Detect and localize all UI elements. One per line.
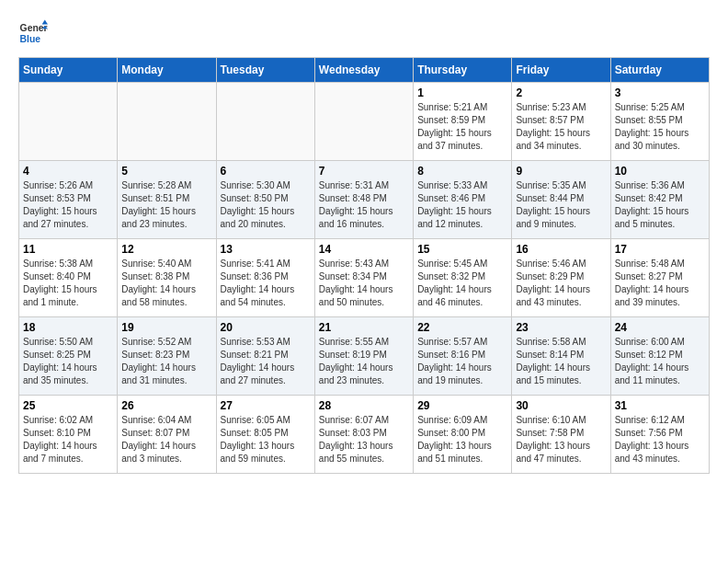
day-info: Sunrise: 5:33 AMSunset: 8:46 PMDaylight:… <box>417 179 507 231</box>
day-info: Sunrise: 5:25 AMSunset: 8:55 PMDaylight:… <box>615 101 705 153</box>
day-number: 12 <box>121 243 211 256</box>
day-number: 4 <box>23 165 113 178</box>
column-header-sunday: Sunday <box>19 58 118 83</box>
day-number: 3 <box>615 86 705 99</box>
day-number: 18 <box>23 321 113 334</box>
day-info: Sunrise: 5:28 AMSunset: 8:51 PMDaylight:… <box>121 179 211 231</box>
day-info: Sunrise: 5:48 AMSunset: 8:27 PMDaylight:… <box>615 258 705 309</box>
column-header-saturday: Saturday <box>610 58 709 83</box>
day-number: 16 <box>516 243 606 256</box>
day-number: 9 <box>516 165 606 178</box>
day-info: Sunrise: 5:21 AMSunset: 8:59 PMDaylight:… <box>417 101 507 153</box>
calendar-cell: 18Sunrise: 5:50 AMSunset: 8:25 PMDayligh… <box>19 317 118 396</box>
calendar-cell: 25Sunrise: 6:02 AMSunset: 8:10 PMDayligh… <box>19 396 118 474</box>
calendar-cell: 1Sunrise: 5:21 AMSunset: 8:59 PMDaylight… <box>414 83 512 161</box>
calendar-cell: 17Sunrise: 5:48 AMSunset: 8:27 PMDayligh… <box>610 239 709 317</box>
calendar-cell: 8Sunrise: 5:33 AMSunset: 8:46 PMDaylight… <box>414 161 512 239</box>
day-number: 10 <box>615 165 705 178</box>
calendar-cell: 16Sunrise: 5:46 AMSunset: 8:29 PMDayligh… <box>512 239 610 317</box>
day-info: Sunrise: 5:57 AMSunset: 8:16 PMDaylight:… <box>417 336 507 387</box>
day-info: Sunrise: 6:12 AMSunset: 7:56 PMDaylight:… <box>615 414 705 465</box>
day-number: 6 <box>221 165 311 178</box>
day-number: 8 <box>417 165 507 178</box>
page-header: General Blue <box>18 18 710 48</box>
day-info: Sunrise: 5:30 AMSunset: 8:50 PMDaylight:… <box>221 179 311 231</box>
day-number: 19 <box>121 321 211 334</box>
day-number: 21 <box>319 321 409 334</box>
day-info: Sunrise: 5:55 AMSunset: 8:19 PMDaylight:… <box>319 336 409 387</box>
day-info: Sunrise: 5:35 AMSunset: 8:44 PMDaylight:… <box>516 179 606 231</box>
calendar-cell: 11Sunrise: 5:38 AMSunset: 8:40 PMDayligh… <box>19 239 118 317</box>
day-number: 5 <box>121 165 211 178</box>
day-info: Sunrise: 6:10 AMSunset: 7:58 PMDaylight:… <box>516 414 606 465</box>
day-info: Sunrise: 5:50 AMSunset: 8:25 PMDaylight:… <box>23 336 113 387</box>
column-header-friday: Friday <box>512 58 610 83</box>
calendar-cell: 7Sunrise: 5:31 AMSunset: 8:48 PMDaylight… <box>314 161 413 239</box>
day-info: Sunrise: 5:23 AMSunset: 8:57 PMDaylight:… <box>516 101 606 153</box>
column-header-wednesday: Wednesday <box>314 58 413 83</box>
calendar-cell: 19Sunrise: 5:52 AMSunset: 8:23 PMDayligh… <box>118 317 216 396</box>
calendar-cell: 6Sunrise: 5:30 AMSunset: 8:50 PMDaylight… <box>216 161 314 239</box>
column-header-monday: Monday <box>118 58 216 83</box>
day-number: 7 <box>319 165 409 178</box>
calendar-cell: 3Sunrise: 5:25 AMSunset: 8:55 PMDaylight… <box>610 83 709 161</box>
calendar-cell <box>216 83 314 161</box>
svg-marker-2 <box>42 20 48 25</box>
day-info: Sunrise: 5:53 AMSunset: 8:21 PMDaylight:… <box>221 336 311 387</box>
calendar-cell: 20Sunrise: 5:53 AMSunset: 8:21 PMDayligh… <box>216 317 314 396</box>
day-info: Sunrise: 6:02 AMSunset: 8:10 PMDaylight:… <box>23 414 113 465</box>
day-number: 24 <box>615 321 705 334</box>
calendar-cell: 21Sunrise: 5:55 AMSunset: 8:19 PMDayligh… <box>314 317 413 396</box>
day-number: 31 <box>615 399 705 412</box>
day-number: 28 <box>319 399 409 412</box>
day-info: Sunrise: 5:38 AMSunset: 8:40 PMDaylight:… <box>23 258 113 309</box>
day-number: 26 <box>121 399 211 412</box>
day-info: Sunrise: 5:40 AMSunset: 8:38 PMDaylight:… <box>121 258 211 309</box>
calendar-cell: 27Sunrise: 6:05 AMSunset: 8:05 PMDayligh… <box>216 396 314 474</box>
calendar-cell: 10Sunrise: 5:36 AMSunset: 8:42 PMDayligh… <box>610 161 709 239</box>
calendar-cell <box>314 83 413 161</box>
calendar-cell: 13Sunrise: 5:41 AMSunset: 8:36 PMDayligh… <box>216 239 314 317</box>
calendar-cell: 28Sunrise: 6:07 AMSunset: 8:03 PMDayligh… <box>314 396 413 474</box>
day-info: Sunrise: 5:46 AMSunset: 8:29 PMDaylight:… <box>516 258 606 309</box>
calendar-cell: 29Sunrise: 6:09 AMSunset: 8:00 PMDayligh… <box>414 396 512 474</box>
calendar-cell: 31Sunrise: 6:12 AMSunset: 7:56 PMDayligh… <box>610 396 709 474</box>
logo: General Blue <box>18 18 48 48</box>
calendar-cell: 24Sunrise: 6:00 AMSunset: 8:12 PMDayligh… <box>610 317 709 396</box>
calendar-cell: 2Sunrise: 5:23 AMSunset: 8:57 PMDaylight… <box>512 83 610 161</box>
day-info: Sunrise: 5:31 AMSunset: 8:48 PMDaylight:… <box>319 179 409 231</box>
day-number: 2 <box>516 86 606 99</box>
day-info: Sunrise: 5:45 AMSunset: 8:32 PMDaylight:… <box>417 258 507 309</box>
svg-text:Blue: Blue <box>20 34 41 44</box>
calendar-cell: 15Sunrise: 5:45 AMSunset: 8:32 PMDayligh… <box>414 239 512 317</box>
day-number: 29 <box>417 399 507 412</box>
calendar-cell: 14Sunrise: 5:43 AMSunset: 8:34 PMDayligh… <box>314 239 413 317</box>
day-info: Sunrise: 6:04 AMSunset: 8:07 PMDaylight:… <box>121 414 211 465</box>
calendar-cell: 4Sunrise: 5:26 AMSunset: 8:53 PMDaylight… <box>19 161 118 239</box>
calendar-cell: 23Sunrise: 5:58 AMSunset: 8:14 PMDayligh… <box>512 317 610 396</box>
day-number: 14 <box>319 243 409 256</box>
day-number: 22 <box>417 321 507 334</box>
day-info: Sunrise: 5:41 AMSunset: 8:36 PMDaylight:… <box>221 258 311 309</box>
day-number: 11 <box>23 243 113 256</box>
day-number: 1 <box>417 86 507 99</box>
calendar-cell: 12Sunrise: 5:40 AMSunset: 8:38 PMDayligh… <box>118 239 216 317</box>
day-number: 15 <box>417 243 507 256</box>
day-number: 23 <box>516 321 606 334</box>
day-info: Sunrise: 6:05 AMSunset: 8:05 PMDaylight:… <box>221 414 311 465</box>
day-number: 25 <box>23 399 113 412</box>
logo-icon: General Blue <box>18 18 48 48</box>
day-info: Sunrise: 5:36 AMSunset: 8:42 PMDaylight:… <box>615 179 705 231</box>
day-info: Sunrise: 5:26 AMSunset: 8:53 PMDaylight:… <box>23 179 113 231</box>
day-info: Sunrise: 6:00 AMSunset: 8:12 PMDaylight:… <box>615 336 705 387</box>
day-info: Sunrise: 5:52 AMSunset: 8:23 PMDaylight:… <box>121 336 211 387</box>
calendar-cell: 5Sunrise: 5:28 AMSunset: 8:51 PMDaylight… <box>118 161 216 239</box>
calendar-cell: 30Sunrise: 6:10 AMSunset: 7:58 PMDayligh… <box>512 396 610 474</box>
day-info: Sunrise: 6:07 AMSunset: 8:03 PMDaylight:… <box>319 414 409 465</box>
calendar-cell <box>19 83 118 161</box>
day-info: Sunrise: 5:58 AMSunset: 8:14 PMDaylight:… <box>516 336 606 387</box>
day-number: 20 <box>221 321 311 334</box>
calendar-cell: 22Sunrise: 5:57 AMSunset: 8:16 PMDayligh… <box>414 317 512 396</box>
day-number: 27 <box>221 399 311 412</box>
calendar-cell: 9Sunrise: 5:35 AMSunset: 8:44 PMDaylight… <box>512 161 610 239</box>
